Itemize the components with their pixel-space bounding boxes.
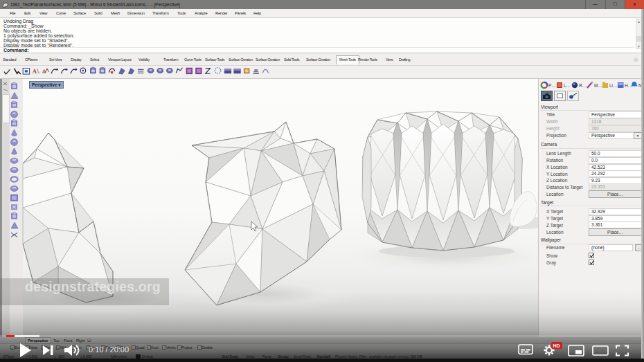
svg-text:M…: M…: [594, 83, 602, 88]
svg-text:H…: H…: [625, 83, 632, 88]
svg-text:L…: L…: [564, 83, 571, 88]
svg-text:R…: R…: [579, 83, 587, 88]
svg-text:Li…: Li…: [609, 83, 618, 88]
svg-text:HD: HD: [553, 343, 560, 348]
svg-text:P…: P…: [548, 83, 556, 88]
